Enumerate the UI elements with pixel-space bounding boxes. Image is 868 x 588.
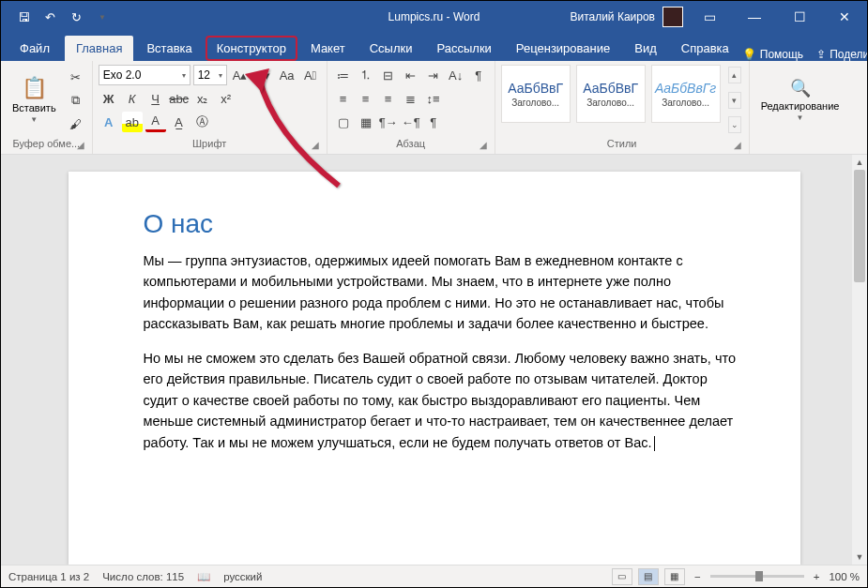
tab-insert[interactable]: Вставка — [135, 36, 203, 61]
font-launcher[interactable]: ◢ — [312, 137, 319, 154]
search-icon: 🔍 — [790, 78, 811, 98]
tab-references[interactable]: Ссылки — [358, 36, 424, 61]
share-icon: ⇪ — [816, 48, 826, 61]
subscript-button[interactable]: x₂ — [192, 88, 213, 109]
styles-down-button[interactable]: ▾ — [728, 92, 741, 109]
rtl-button[interactable]: ←¶ — [401, 112, 421, 132]
heading: О нас — [144, 209, 744, 239]
ltr-button[interactable]: ¶→ — [378, 112, 399, 132]
read-mode-button[interactable]: ▭ — [612, 568, 632, 585]
titlebar: 🖫 ↶ ↻ ▼ Lumpics.ru - Word Виталий Каиров… — [1, 1, 867, 33]
scroll-down-button[interactable]: ▼ — [852, 550, 867, 565]
ribbon-display-icon[interactable]: ▭ — [691, 1, 728, 33]
show-marks-button[interactable]: ¶ — [468, 65, 489, 85]
zoom-out-button[interactable]: − — [691, 571, 705, 582]
styles-up-button[interactable]: ▴ — [728, 67, 741, 83]
format-painter-button[interactable]: 🖌 — [66, 113, 86, 134]
sort-button[interactable]: A↓ — [446, 65, 466, 85]
ribbon-tabstrip: Файл Главная Вставка Конструктор Макет С… — [1, 33, 867, 61]
character-shading-button[interactable]: A̲ — [169, 112, 190, 132]
close-button[interactable]: ✕ — [826, 1, 863, 33]
enclose-char-button[interactable]: Ⓐ — [192, 112, 213, 132]
lightbulb-icon: 💡 — [742, 48, 756, 61]
tab-view[interactable]: Вид — [623, 36, 668, 61]
line-spacing-button[interactable]: ↕≡ — [423, 88, 444, 109]
shading-button[interactable]: ▢ — [333, 112, 354, 132]
scroll-up-button[interactable]: ▲ — [852, 155, 867, 170]
tab-mailings[interactable]: Рассылки — [425, 36, 502, 61]
editing-button[interactable]: 🔍 Редактирование ▼ — [755, 65, 845, 135]
user-name[interactable]: Виталий Каиров — [570, 10, 655, 23]
clear-format-button[interactable]: A⃠ — [300, 65, 321, 85]
italic-button[interactable]: К — [122, 88, 143, 109]
minimize-button[interactable]: — — [736, 1, 773, 33]
align-left-button[interactable]: ≡ — [333, 88, 354, 109]
scroll-thumb[interactable] — [854, 170, 865, 282]
paragraph: Мы — группа энтузиастов, одержимых идеей… — [144, 250, 744, 335]
highlight-button[interactable]: ab — [122, 112, 143, 132]
avatar[interactable] — [662, 7, 683, 27]
window-title: Lumpics.ru - Word — [388, 10, 480, 23]
group-clipboard: 📋 Вставить ▼ ✂ ⧉ 🖌 Буфер обме...◢ — [1, 61, 93, 154]
spellcheck-icon[interactable]: 📖 — [197, 570, 210, 583]
tab-design[interactable]: Конструктор — [206, 36, 297, 61]
underline-button[interactable]: Ч — [145, 88, 166, 109]
paragraph-launcher[interactable]: ◢ — [480, 137, 487, 154]
style-item[interactable]: АаБбВвГ Заголово... — [576, 65, 646, 123]
help-button[interactable]: 💡Помощь — [742, 48, 803, 61]
align-center-button[interactable]: ≡ — [356, 88, 376, 109]
share-button[interactable]: ⇪Поделиться — [816, 48, 868, 61]
document-area[interactable]: О нас Мы — группа энтузиастов, одержимых… — [1, 155, 867, 565]
pilcrow-button[interactable]: ¶ — [423, 112, 444, 132]
tab-help[interactable]: Справка — [670, 36, 740, 61]
justify-button[interactable]: ≣ — [401, 88, 421, 109]
tab-review[interactable]: Рецензирование — [505, 36, 621, 61]
zoom-level[interactable]: 100 % — [829, 571, 860, 582]
borders-button[interactable]: ▦ — [356, 112, 376, 132]
bullets-button[interactable]: ≔ — [333, 65, 354, 85]
cut-button[interactable]: ✂ — [66, 67, 86, 87]
statusbar: Страница 1 из 2 Число слов: 115 📖 русски… — [1, 565, 867, 587]
zoom-thumb[interactable] — [755, 571, 763, 581]
copy-button[interactable]: ⧉ — [66, 90, 86, 111]
numbering-button[interactable]: ⒈ — [356, 65, 376, 85]
redo-icon[interactable]: ↻ — [65, 6, 87, 28]
styles-launcher[interactable]: ◢ — [734, 137, 741, 154]
grow-font-button[interactable]: A▴ — [230, 65, 251, 85]
style-item[interactable]: АаБбВвГ Заголово... — [501, 65, 571, 123]
page[interactable]: О нас Мы — группа энтузиастов, одержимых… — [69, 172, 800, 565]
multilevel-button[interactable]: ⊟ — [378, 65, 399, 85]
bold-button[interactable]: Ж — [99, 88, 119, 109]
increase-indent-button[interactable]: ⇥ — [423, 65, 444, 85]
superscript-button[interactable]: x² — [216, 88, 236, 109]
maximize-button[interactable]: ☐ — [781, 1, 818, 33]
styles-more-button[interactable]: ⌄ — [728, 116, 741, 133]
zoom-slider[interactable] — [710, 575, 804, 578]
font-color-button[interactable]: A — [145, 112, 166, 132]
word-count[interactable]: Число слов: 115 — [102, 571, 184, 582]
zoom-in-button[interactable]: + — [810, 571, 824, 582]
undo-icon[interactable]: ↶ — [38, 6, 61, 28]
align-right-button[interactable]: ≡ — [378, 88, 399, 109]
print-layout-button[interactable]: ▤ — [638, 568, 659, 585]
text-effects-button[interactable]: A — [99, 112, 119, 132]
change-case-button[interactable]: Aa — [277, 65, 297, 85]
strikethrough-button[interactable]: abc — [169, 88, 190, 109]
language-indicator[interactable]: русский — [223, 571, 262, 582]
vertical-scrollbar[interactable]: ▲ ▼ — [852, 155, 867, 565]
quick-access-toolbar: 🖫 ↶ ↻ ▼ — [12, 6, 114, 28]
qat-customize-icon[interactable]: ▼ — [91, 6, 114, 28]
font-name-select[interactable]: Exo 2.0▾ — [99, 65, 190, 85]
web-layout-button[interactable]: ▦ — [664, 568, 685, 585]
tab-layout[interactable]: Макет — [299, 36, 357, 61]
shrink-font-button[interactable]: A▾ — [253, 65, 274, 85]
tab-file[interactable]: Файл — [7, 36, 63, 61]
page-indicator[interactable]: Страница 1 из 2 — [8, 571, 89, 582]
paste-button[interactable]: 📋 Вставить ▼ — [7, 65, 62, 135]
autosave-icon[interactable]: 🖫 — [12, 6, 35, 28]
clipboard-launcher[interactable]: ◢ — [77, 137, 84, 154]
style-item[interactable]: АаБбВвГг Заголово... — [651, 65, 721, 123]
font-size-select[interactable]: 12▾ — [193, 65, 227, 85]
tab-home[interactable]: Главная — [65, 36, 133, 61]
decrease-indent-button[interactable]: ⇤ — [401, 65, 421, 85]
